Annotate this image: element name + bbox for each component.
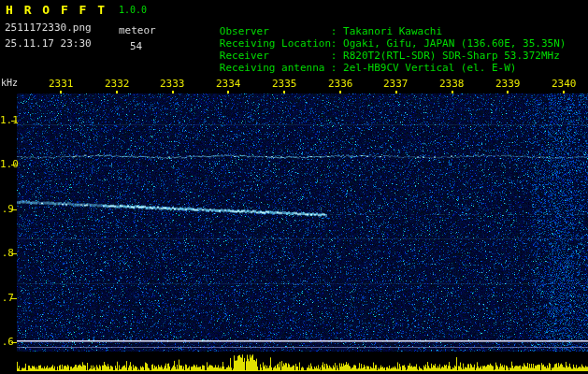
datetime-label: 25.11.17 23:30 [5,38,92,49]
app-title: H R O F F T [6,4,107,16]
info-label-antenna: Receiving antenna [220,62,331,74]
time-axis-label: 2335 [272,79,297,89]
app-version: 1.0.0 [119,6,147,15]
freq-axis-label: .9 [0,204,14,214]
freq-axis-label: .7 [0,293,14,303]
freq-axis-label: 1.1 [0,115,14,125]
hrofft-screen: H R O F F T 1.0.0 2511172330.png meteor … [0,0,588,374]
mode-label: meteor [119,25,156,36]
time-axis-label: 2331 [49,79,74,89]
time-axis-label: 2339 [495,79,521,89]
station-info: Observer: Takanori Kawachi Receiving Loc… [165,3,566,51]
time-axis-label: 2337 [383,79,409,89]
freq-unit-label: kHz [1,79,18,88]
time-axis-label: 2333 [160,79,185,89]
time-axis-label: 2336 [328,79,353,89]
freq-axis-label: .6 [0,337,14,347]
file-name: 2511172330.png [5,22,92,33]
time-axis-label: 2340 [552,79,577,89]
time-axis-label: 2338 [439,79,465,89]
echo-count: 54 [130,41,142,51]
time-axis-label: 2334 [216,79,241,89]
freq-axis-label: 1.0 [0,159,14,169]
freq-axis-label: .8 [0,248,14,258]
info-value-antenna: : 2el-HB9CV Vertical (el. E-W) [331,62,517,74]
info-row: Observer: Takanori Kawachi [165,3,566,15]
time-axis-label: 2332 [105,79,130,89]
